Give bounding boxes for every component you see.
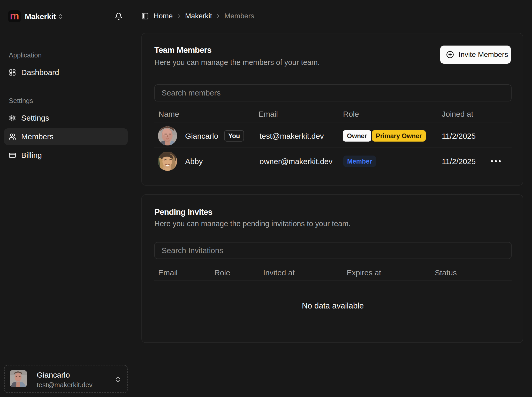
svg-text:m: m [10,10,19,21]
